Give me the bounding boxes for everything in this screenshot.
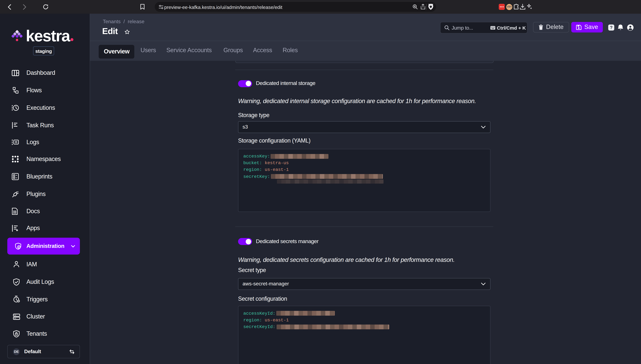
svg-text:?: ? [610, 25, 612, 30]
svg-text:kestra: kestra [26, 28, 70, 43]
